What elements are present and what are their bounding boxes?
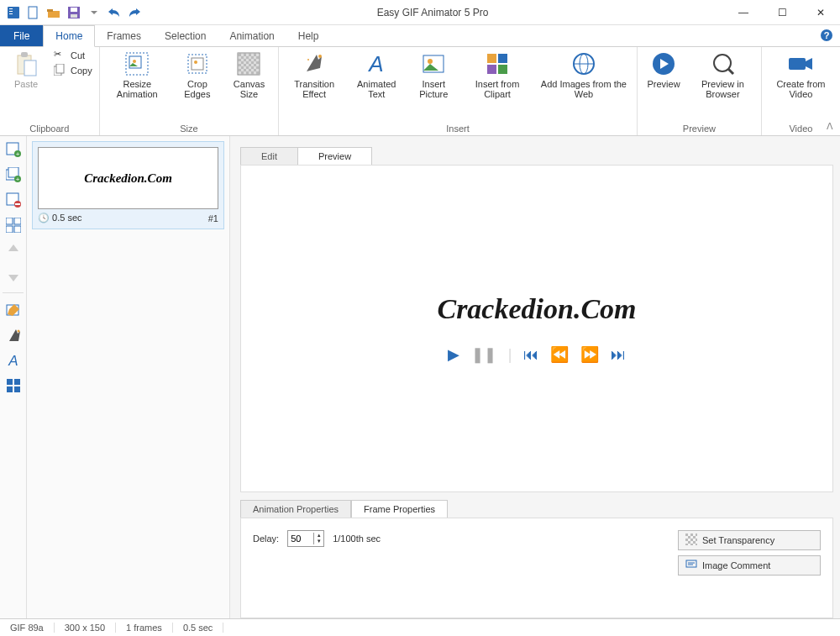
spin-down-icon[interactable]: ▼ — [314, 539, 323, 544]
delete-frame-icon[interactable] — [5, 192, 22, 208]
svg-rect-51 — [15, 203, 20, 205]
save-icon[interactable] — [67, 6, 81, 19]
svg-rect-15 — [56, 64, 64, 73]
tab-help[interactable]: Help — [286, 25, 331, 46]
frame-thumbnail: Crackedion.Com — [38, 147, 218, 209]
frame-toolbar: + + A — [0, 136, 27, 618]
file-menu[interactable]: File — [0, 25, 43, 46]
svg-rect-63 — [685, 534, 697, 545]
insert-frames-icon[interactable] — [5, 217, 22, 234]
collapse-ribbon-icon[interactable]: ᐱ — [827, 121, 833, 132]
svg-rect-33 — [487, 65, 496, 74]
frame-card-1[interactable]: Crackedion.Com 🕓 0.5 sec #1 — [32, 141, 224, 229]
playback-controls: ▶ ❚❚ | ⏮ ⏪ ⏩ ⏭ — [448, 345, 627, 364]
properties-panel: Animation Properties Frame Properties De… — [240, 497, 833, 618]
svg-rect-13 — [24, 60, 36, 76]
move-down-icon[interactable] — [5, 267, 22, 284]
new-icon[interactable] — [27, 6, 40, 19]
transparency-icon — [685, 534, 697, 547]
close-button[interactable]: ✕ — [801, 0, 840, 25]
frame-list: Crackedion.Com 🕓 0.5 sec #1 — [27, 136, 230, 618]
preview-content: Crackedion.Com — [437, 293, 636, 325]
tab-preview[interactable]: Preview — [297, 147, 372, 165]
move-up-icon[interactable] — [5, 242, 22, 259]
play-icon[interactable]: ▶ — [448, 345, 459, 364]
first-frame-icon[interactable]: ⏮ — [523, 346, 538, 364]
svg-rect-31 — [487, 54, 496, 63]
text-icon[interactable]: A — [5, 352, 22, 369]
status-duration: 0.5 sec — [173, 623, 223, 633]
ribbon-group-insert: Transition Effect A Animated Text Insert… — [279, 47, 638, 135]
svg-rect-54 — [6, 226, 13, 233]
spin-up-icon[interactable]: ▲ — [314, 533, 323, 539]
copy-button[interactable]: Copy — [54, 64, 92, 77]
status-frames: 1 frames — [116, 623, 173, 633]
delay-spinner[interactable]: ▲▼ — [287, 530, 324, 547]
help-icon[interactable]: ? — [820, 29, 833, 45]
cut-button[interactable]: ✂Cut — [54, 49, 92, 62]
create-from-video-button[interactable]: Create from Video — [765, 49, 837, 101]
open-icon[interactable] — [47, 6, 60, 19]
svg-line-40 — [728, 69, 733, 74]
preview-browser-button[interactable]: Preview in Browser — [688, 49, 758, 101]
separator — [3, 292, 24, 293]
svg-rect-4 — [29, 7, 37, 18]
manage-frames-icon[interactable] — [5, 377, 22, 394]
group-label: Insert — [282, 122, 633, 135]
insert-picture-button[interactable]: Insert Picture — [407, 49, 460, 101]
tab-animation[interactable]: Animation — [218, 25, 286, 46]
svg-text:?: ? — [824, 30, 830, 40]
add-from-web-button[interactable]: Add Images from the Web — [534, 49, 633, 101]
svg-point-27 — [307, 59, 309, 60]
svg-rect-1 — [9, 8, 13, 9]
set-transparency-button[interactable]: Set Transparency — [678, 530, 821, 550]
delay-unit: 1/100th sec — [333, 534, 381, 544]
svg-point-26 — [318, 55, 322, 58]
pause-icon[interactable]: ❚❚ — [471, 345, 496, 364]
tab-edit[interactable]: Edit — [240, 147, 298, 165]
prev-frame-icon[interactable]: ⏪ — [550, 345, 569, 364]
preview-button[interactable]: Preview — [641, 49, 686, 91]
tab-frame-properties[interactable]: Frame Properties — [351, 500, 448, 518]
undo-icon[interactable] — [108, 6, 121, 19]
svg-rect-64 — [686, 560, 696, 567]
delay-input[interactable] — [288, 534, 313, 544]
delay-label: Delay: — [253, 534, 279, 544]
preview-area: Crackedion.Com ▶ ❚❚ | ⏮ ⏪ ⏩ ⏭ — [240, 165, 833, 492]
duplicate-frame-icon[interactable]: + — [5, 166, 22, 183]
status-bar: GIF 89a 300 x 150 1 frames 0.5 sec — [0, 618, 840, 636]
add-blank-frame-icon[interactable]: + — [5, 141, 22, 158]
paste-button[interactable]: Paste — [3, 49, 49, 91]
app-icon — [7, 6, 20, 19]
redo-icon[interactable] — [128, 6, 141, 19]
insert-clipart-button[interactable]: Insert from Clipart — [462, 49, 533, 101]
resize-animation-button[interactable]: Resize Animation — [103, 49, 171, 101]
transition-effect-button[interactable]: Transition Effect — [282, 49, 346, 101]
tab-animation-properties[interactable]: Animation Properties — [240, 500, 351, 518]
save-dropdown-icon[interactable] — [87, 6, 101, 19]
main-body: + + A Crackedion.Com 🕓 0.5 sec #1 Edit P… — [0, 136, 840, 618]
window-buttons: — ☐ ✕ — [724, 0, 840, 25]
canvas-size-button[interactable]: Canvas Size — [223, 49, 275, 101]
svg-rect-59 — [7, 379, 13, 385]
crop-edges-button[interactable]: Crop Edges — [173, 49, 222, 101]
prop-tabbar: Animation Properties Frame Properties — [240, 497, 833, 518]
group-label: Clipboard — [3, 122, 96, 135]
minimize-button[interactable]: — — [724, 0, 763, 25]
edit-frame-icon[interactable] — [5, 302, 22, 318]
svg-text:A: A — [368, 51, 384, 76]
tab-selection[interactable]: Selection — [153, 25, 218, 46]
tab-home[interactable]: Home — [43, 25, 95, 47]
tab-frames[interactable]: Frames — [95, 25, 153, 46]
last-frame-icon[interactable]: ⏭ — [611, 346, 626, 364]
image-comment-button[interactable]: Image Comment — [678, 555, 821, 576]
separator: | — [508, 346, 512, 364]
maximize-button[interactable]: ☐ — [763, 0, 801, 25]
status-size: 300 x 150 — [55, 623, 116, 633]
svg-rect-12 — [21, 52, 28, 57]
next-frame-icon[interactable]: ⏩ — [580, 345, 599, 364]
svg-rect-32 — [498, 54, 507, 63]
animated-text-button[interactable]: A Animated Text — [348, 49, 405, 101]
titlebar: Easy GIF Animator 5 Pro — ☐ ✕ — [0, 0, 840, 25]
effects-icon[interactable] — [5, 327, 22, 344]
